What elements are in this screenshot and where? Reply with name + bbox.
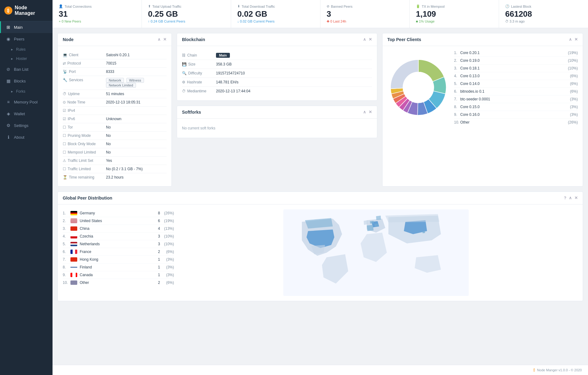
- sidebar-item-settings[interactable]: ⚙ Settings: [0, 120, 53, 131]
- top-peers-panel: Top Peer Clients ∧ ✕ 1. Core 0.20.1: [382, 33, 583, 187]
- top-peers-panel-actions: ∧ ✕: [569, 37, 578, 42]
- stat-banned-value: 3: [327, 10, 403, 19]
- top-peers-collapse-btn[interactable]: ∧: [569, 37, 572, 42]
- country-pct: (19%): [160, 219, 174, 223]
- node-panel-header: Node ∧ ✕: [58, 33, 171, 46]
- node-key-protocol: ⇄ Protocol: [63, 61, 106, 65]
- peer-row: 10. Other (26%): [454, 119, 578, 126]
- sidebar-label-peers: Peers: [14, 37, 24, 41]
- country-row: 3. China 4 (13%): [63, 225, 174, 233]
- app-title: Node Manager: [15, 5, 48, 16]
- node-row-protocol: ⇄ Protocol 70015: [63, 59, 167, 68]
- hoster-icon: ▸: [11, 57, 13, 61]
- sidebar-item-blocks[interactable]: ▦ Blocks: [0, 75, 53, 87]
- sidebar-item-main[interactable]: ⊞ Main: [0, 21, 53, 33]
- node-key-trafficlimited: ☐ Traffic Limited: [63, 167, 106, 171]
- country-count: 4: [151, 226, 160, 231]
- node-val-timeremaining: 23.2 hours: [106, 175, 124, 179]
- peer-rank: 7.: [454, 97, 460, 101]
- country-count: 3: [151, 242, 160, 246]
- peer-list: 1. Core 0.20.1 (19%) 2. Core 0.19.0 (10%…: [454, 49, 578, 126]
- node-close-btn[interactable]: ✕: [163, 37, 167, 42]
- blockchain-panel: Blockchain ∧ ✕ ⛓ Chain Main 💾 Size: [177, 33, 377, 101]
- country-flag-cn: [70, 226, 77, 231]
- country-rank: 7.: [63, 257, 70, 262]
- country-row: 4. Czechia 3 (10%): [63, 233, 174, 240]
- softforks-panel-actions: ∧ ✕: [363, 110, 372, 114]
- tor-icon: ☐: [63, 125, 66, 129]
- mempool-icon: ≡: [6, 99, 11, 104]
- world-map-svg: [283, 209, 469, 296]
- node-key-ipv4: ☑ IPv4: [63, 108, 106, 113]
- node-row-tor: ☐ Tor No: [63, 123, 167, 132]
- node-panel: Node ∧ ✕ 💻 Client Satoshi 0.20.1 ⇄ Proto…: [57, 33, 172, 187]
- softforks-close-btn[interactable]: ✕: [369, 110, 372, 114]
- node-val-services: Network Witness Network Limited: [106, 78, 167, 88]
- blockchain-close-btn[interactable]: ✕: [369, 37, 372, 42]
- peer-pct: (10%): [568, 66, 578, 70]
- blockchain-collapse-btn[interactable]: ∧: [363, 37, 366, 42]
- country-name: United States: [80, 219, 151, 223]
- country-flag-other: [70, 280, 77, 285]
- peer-pct: (10%): [568, 58, 578, 63]
- ipv4-icon: ☑: [63, 108, 66, 113]
- country-rank: 2.: [63, 219, 70, 223]
- sidebar-item-rules[interactable]: ▸ Rules: [0, 45, 53, 54]
- stat-connections-value: 31: [59, 10, 135, 19]
- country-rank: 10.: [63, 280, 70, 285]
- softforks-collapse-btn[interactable]: ∧: [363, 110, 366, 114]
- uptime-icon: ⏱: [63, 92, 66, 96]
- country-flag-de: [70, 211, 77, 215]
- peer-name: Core 0.19.0: [460, 58, 568, 63]
- country-pct: (13%): [160, 226, 174, 231]
- sidebar-item-mempool[interactable]: ≡ Memory Pool: [0, 96, 53, 108]
- top-peers-close-btn[interactable]: ✕: [574, 37, 578, 42]
- bc-key-difficulty: 🔍 Difficulty: [182, 71, 216, 75]
- global-help-btn[interactable]: ?: [564, 196, 566, 200]
- stat-banned-sub: ✚ 0 Last 24h: [327, 19, 403, 23]
- peer-rank: 8.: [454, 105, 460, 109]
- sidebar-item-wallet[interactable]: ◈ Wallet: [0, 108, 53, 120]
- stat-connections-label: 👤 Total Connections: [59, 4, 135, 8]
- sidebar-item-peers[interactable]: ◉ Peers: [0, 33, 53, 45]
- app-logo: ₿ Node Manager: [0, 0, 53, 21]
- node-row-nodetime: ⊙ Node Time 2020-12-13 18:05:31: [63, 98, 167, 107]
- country-name: Czechia: [80, 234, 151, 238]
- node-val-nodetime: 2020-12-13 18:05:31: [106, 100, 140, 104]
- node-row-trafficlimited: ☐ Traffic Limited No (0.2 / 3.1 GB - 7%): [63, 165, 167, 173]
- timeremaining-icon: ⏳: [63, 175, 67, 179]
- global-panel-title: Global Peer Distribution: [63, 196, 112, 200]
- stat-lastblock-label: 🕐 Lastest Block: [505, 4, 582, 8]
- global-close-btn[interactable]: ✕: [574, 196, 578, 200]
- country-row: 7. Hong Kong 1 (3%): [63, 256, 174, 263]
- node-val-blockonly: No: [106, 142, 111, 146]
- node-row-client: 💻 Client Satoshi 0.20.1: [63, 51, 167, 59]
- wallet-icon: ◈: [6, 111, 11, 116]
- pruning-icon: ☐: [63, 133, 66, 138]
- country-name: Other: [80, 280, 151, 285]
- peer-pct: (3%): [570, 105, 578, 109]
- bc-key-chain: ⛓ Chain: [182, 53, 216, 57]
- sidebar-label-main: Main: [14, 25, 23, 30]
- country-count: 8: [151, 211, 160, 215]
- sidebar-item-banlist[interactable]: ⊘ Ban List: [0, 63, 53, 75]
- peer-row: 7. btc-seeder 0.0001 (3%): [454, 95, 578, 103]
- global-panel-header: Global Peer Distribution ? ∧ ✕: [58, 192, 583, 204]
- peer-pct: (26%): [568, 120, 578, 124]
- stat-mempool: 🔋 TX in Mempool 1,109 ■ 1% Usage: [410, 0, 499, 28]
- home-icon: ⊞: [6, 25, 11, 30]
- country-flag-fr: [70, 250, 77, 254]
- service-tag-witness: Witness: [126, 78, 144, 83]
- global-collapse-btn[interactable]: ∧: [569, 196, 572, 200]
- donut-chart: [387, 57, 449, 118]
- sidebar-item-hoster[interactable]: ▸ Hoster: [0, 54, 53, 63]
- node-panel-actions: ∧ ✕: [158, 37, 167, 42]
- sidebar-item-forks[interactable]: ▸ Forks: [0, 87, 53, 96]
- bc-key-hashrate: ⚙ Hashrate: [182, 80, 216, 84]
- bc-val-hashrate: 148.781 EH/s: [216, 80, 239, 84]
- node-collapse-btn[interactable]: ∧: [158, 37, 161, 42]
- map-area: [174, 209, 578, 296]
- stat-upload-sub: ↑ 0.24 GB Current Peers: [148, 19, 225, 23]
- sidebar-item-about[interactable]: ℹ About: [0, 131, 53, 143]
- country-pct: (3%): [160, 265, 174, 269]
